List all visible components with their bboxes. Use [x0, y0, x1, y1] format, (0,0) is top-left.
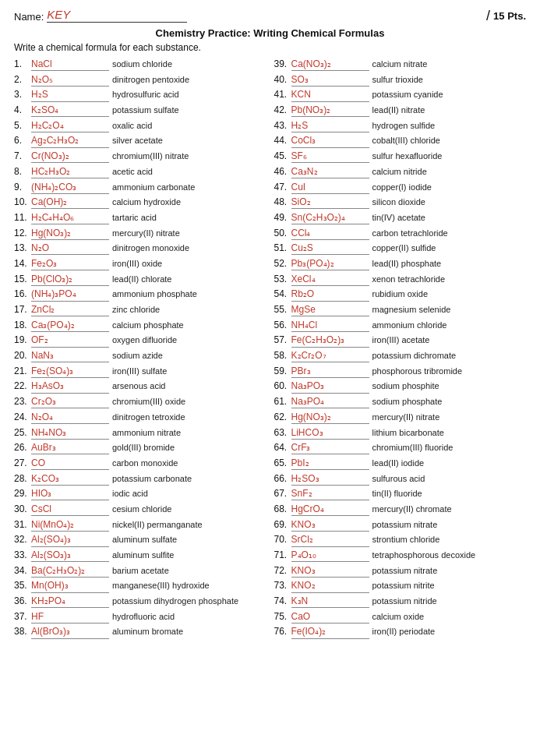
item-number: 74. — [274, 595, 291, 607]
list-item: 23.Cr₂O₃chromium(III) oxide — [14, 395, 266, 408]
item-answer: NaN₃ — [31, 349, 109, 362]
item-number: 57. — [274, 334, 291, 346]
item-answer: Pb(NO₃)₂ — [291, 104, 369, 117]
list-item: 4.K₂SO₄potassium sulfate — [14, 104, 266, 117]
item-label: calcium nitride — [372, 166, 527, 178]
item-number: 61. — [274, 395, 291, 408]
list-item: 22.H₃AsO₃arsenous acid — [14, 380, 266, 393]
list-item: 34.Ba(C₂H₃O₂)₂barium acetate — [14, 564, 266, 578]
item-number: 3. — [14, 88, 31, 101]
list-item: 13.N₂Odinitrogen monoxide — [14, 242, 266, 255]
list-item: 72.KNO₃potassium nitrate — [274, 564, 527, 578]
item-answer: NaCl — [31, 58, 109, 71]
list-item: 38.Al(BrO₃)₃aluminum bromate — [14, 625, 266, 638]
item-answer: HF — [31, 610, 109, 624]
item-answer: KNO₃ — [291, 518, 369, 532]
item-label: chromium(III) nitrate — [112, 150, 266, 162]
item-number: 51. — [274, 242, 291, 254]
item-number: 20. — [14, 349, 31, 362]
list-item: 56.NH₄Clammonium chloride — [274, 319, 527, 332]
list-item: 39.Ca(NO₃)₂calcium nitrate — [274, 58, 527, 71]
item-label: iron(III) oxide — [112, 258, 266, 270]
list-item: 50.CCl₄carbon tetrachloride — [274, 227, 527, 240]
item-label: hydrosulfuric acid — [112, 89, 266, 101]
list-item: 20.NaN₃sodium azide — [14, 349, 266, 362]
item-label: sulfur trioxide — [372, 74, 527, 86]
header: Name: KEY / 15 Pts. — [14, 8, 526, 24]
item-answer: K₂CO₃ — [31, 472, 109, 486]
item-number: 63. — [274, 426, 291, 439]
item-answer: (NH₄)₂CO₃ — [31, 181, 109, 194]
item-number: 37. — [14, 610, 31, 623]
item-answer: CsCl — [31, 503, 109, 516]
list-item: 65.PbI₂lead(II) iodide — [274, 457, 527, 470]
item-answer: XeCl₄ — [291, 273, 369, 286]
list-item: 48.SiO₂silicon dioxide — [274, 196, 527, 209]
list-item: 61.Na₃PO₄sodium phosphate — [274, 395, 527, 408]
item-answer: OF₂ — [31, 334, 109, 347]
item-number: 54. — [274, 288, 291, 300]
item-label: iron(III) acetate — [372, 334, 527, 346]
item-number: 43. — [274, 119, 291, 132]
list-item: 1.NaClsodium chloride — [14, 58, 266, 71]
item-number: 49. — [274, 211, 291, 224]
list-item: 2.N₂O₅dinitrogen pentoxide — [14, 73, 266, 87]
item-label: lead(II) iodide — [372, 457, 527, 469]
item-number: 31. — [14, 518, 31, 531]
list-item: 52.Pb₃(PO₄)₂lead(II) phosphate — [274, 257, 527, 270]
content-columns: 1.NaClsodium chloride2.N₂O₅dinitrogen pe… — [14, 58, 526, 641]
list-item: 8.HC₂H₃O₂acetic acid — [14, 165, 266, 178]
list-item: 74.K₃Npotassium nitride — [274, 595, 527, 608]
item-number: 12. — [14, 227, 31, 239]
item-label: tartaric acid — [112, 212, 266, 224]
item-number: 23. — [14, 395, 31, 408]
item-number: 41. — [274, 88, 291, 101]
item-number: 13. — [14, 242, 31, 254]
list-item: 76.Fe(IO₄)₂iron(II) periodate — [274, 625, 527, 638]
name-label: Name: — [14, 11, 44, 23]
item-label: mercury(II) chromate — [372, 503, 527, 515]
item-answer: Na₃PO₄ — [291, 395, 369, 408]
item-label: lithium bicarbonate — [372, 427, 527, 439]
item-answer: SiO₂ — [291, 196, 369, 209]
item-number: 40. — [274, 73, 291, 86]
list-item: 46.Ca₃N₂calcium nitride — [274, 165, 527, 178]
item-answer: K₂Cr₂O₇ — [291, 349, 369, 362]
item-answer: LiHCO₃ — [291, 426, 369, 440]
item-answer: P₄O₁₀ — [291, 549, 369, 562]
list-item: 3.H₂Shydrosulfuric acid — [14, 88, 266, 101]
list-item: 33.Al₂(SO₃)₃aluminum sulfite — [14, 549, 266, 562]
item-label: manganese(III) hydroxide — [112, 580, 266, 592]
item-label: copper(II) sulfide — [372, 242, 527, 254]
item-label: arsenous acid — [112, 380, 266, 392]
item-number: 32. — [14, 533, 31, 546]
list-item: 5.H₂C₂O₄oxalic acid — [14, 119, 266, 132]
item-answer: SF₆ — [291, 150, 369, 163]
list-item: 25.NH₄NO₃ammonium nitrate — [14, 426, 266, 440]
item-answer: Al₂(SO₄)₃ — [31, 533, 109, 546]
item-answer: Ag₂C₂H₃O₂ — [31, 134, 109, 147]
list-item: 12.Hg(NO₃)₂mercury(II) nitrate — [14, 227, 266, 240]
list-item: 73.KNO₂potassium nitrite — [274, 579, 527, 592]
item-label: phosphorous tribromide — [372, 366, 527, 377]
list-item: 44.CoCl₃cobalt(III) chloride — [274, 134, 527, 147]
item-number: 44. — [274, 134, 291, 147]
item-label: carbon tetrachloride — [372, 228, 527, 239]
item-number: 71. — [274, 549, 291, 561]
item-label: potassium nitride — [372, 595, 527, 607]
item-label: hydrogen sulfide — [372, 120, 527, 132]
item-answer: K₂SO₄ — [31, 104, 109, 117]
item-label: strontium chloride — [372, 534, 527, 546]
item-number: 28. — [14, 472, 31, 485]
item-answer: Al₂(SO₃)₃ — [31, 549, 109, 562]
item-number: 11. — [14, 211, 31, 224]
item-answer: KCN — [291, 88, 369, 101]
list-item: 58.K₂Cr₂O₇potassium dichromate — [274, 349, 527, 362]
item-number: 58. — [274, 349, 291, 362]
item-label: mercury(II) nitrate — [112, 228, 266, 239]
list-item: 47.CuIcopper(I) iodide — [274, 181, 527, 194]
item-number: 46. — [274, 165, 291, 178]
list-item: 6.Ag₂C₂H₃O₂silver acetate — [14, 134, 266, 147]
item-number: 64. — [274, 441, 291, 454]
item-label: silicon dioxide — [372, 196, 527, 208]
